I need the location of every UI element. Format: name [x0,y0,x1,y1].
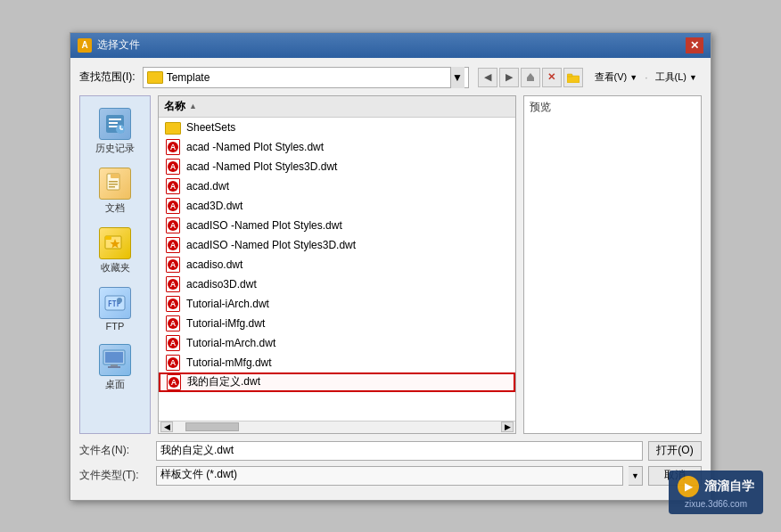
file-list-scroll[interactable]: SheetSets A acad -Named Plot Styles.dwt … [159,118,515,421]
file-item-name: acadISO -Named Plot Styles.dwt [186,219,509,232]
bottom-fields: 文件名(N): 打开(O) 文件类型(T): 样板文件 (*.dwt) ▼ 取消 [79,441,702,486]
selected-file-item[interactable]: A 我的自定义.dwt [159,372,515,392]
svg-rect-23 [105,352,123,363]
svg-rect-5 [109,119,121,120]
watermark-top: ▶ 溜溜自学 [678,476,754,497]
svg-rect-0 [527,78,534,81]
scroll-right-button[interactable]: ▶ [501,422,514,432]
forward-button[interactable]: ▶ [499,68,519,87]
tools-dropdown-arrow: ▼ [689,73,697,82]
watermark: ▶ 溜溜自学 zixue.3d66.com [669,471,763,514]
file-item-name: acadiso3D.dwt [186,278,509,291]
svg-rect-25 [108,366,120,368]
new-folder-button[interactable] [563,68,583,87]
view-menu: 查看(V) ▼ · 工具(L) ▼ [590,68,702,86]
select-file-dialog: A 选择文件 ✕ 查找范围(I): Template ▼ ◀ ▶ [70,32,711,501]
view-menu-button[interactable]: 查看(V) ▼ [590,68,643,86]
list-item[interactable]: SheetSets [159,118,515,137]
sidebar-item-docs[interactable]: 文档 [84,163,146,219]
list-item[interactable]: A acadiso.dwt [159,255,515,274]
scroll-thumb[interactable] [185,422,239,431]
dwt-icon: A [165,139,181,155]
list-item[interactable]: A Tutorial-mArch.dwt [159,333,515,353]
file-item-name: Tutorial-mMfg.dwt [186,356,509,369]
sort-arrow: ▲ [189,102,197,110]
title-bar-left: A 选择文件 [78,37,140,53]
filetype-value: 样板文件 (*.dwt) [156,466,623,486]
dwt-icon: A [165,315,181,331]
list-item[interactable]: A acad -Named Plot Styles3D.dwt [159,157,515,176]
location-text: Template [167,71,447,84]
dwt-icon: A [165,276,181,292]
list-item[interactable]: A acadISO -Named Plot Styles.dwt [159,216,515,235]
dwt-icon: A [165,198,181,214]
filename-label: 文件名(N): [79,443,151,458]
file-item-name: acadISO -Named Plot Styles3D.dwt [186,239,509,251]
filename-input[interactable] [156,441,643,461]
dwt-icon: A [165,178,181,194]
preview-area: 预览 [523,95,702,434]
open-button[interactable]: 打开(O) [648,441,702,461]
svg-point-21 [117,298,122,303]
nav-toolbar: ◀ ▶ ✕ [478,68,583,87]
scroll-left-button[interactable]: ◀ [160,422,173,432]
filetype-row: 文件类型(T): 样板文件 (*.dwt) ▼ 取消 [79,466,702,486]
svg-rect-15 [109,186,115,188]
ftp-label: FTP [106,321,125,331]
file-item-name: acad -Named Plot Styles.dwt [186,141,509,153]
svg-rect-6 [109,122,118,124]
dwt-icon: A [166,374,182,390]
watermark-url: zixue.3d66.com [685,499,747,509]
watermark-brand: 溜溜自学 [704,479,754,495]
close-button[interactable]: ✕ [686,37,703,53]
dwt-icon: A [165,159,181,175]
history-icon [99,108,131,140]
up-button[interactable] [521,68,540,87]
docs-icon [99,168,131,200]
favorites-icon [99,227,131,259]
svg-rect-12 [111,174,119,178]
folder-icon [165,119,181,135]
preview-label: 预览 [524,96,701,119]
dwt-icon: A [165,217,181,233]
list-item[interactable]: A acad.dwt [159,176,515,196]
list-item[interactable]: A Tutorial-mMfg.dwt [159,353,515,372]
back-button[interactable]: ◀ [478,68,497,87]
column-name[interactable]: 名称 ▲ [164,99,510,114]
file-item-name: acadiso.dwt [186,258,509,271]
sidebar-item-favorites[interactable]: 收藏夹 [84,223,146,279]
ftp-icon: FTP [99,287,131,319]
list-item[interactable]: A Tutorial-iArch.dwt [159,294,515,314]
desktop-label: 桌面 [105,378,125,391]
svg-marker-1 [527,73,534,78]
dwt-icon: A [165,296,181,312]
selected-file-name: 我的自定义.dwt [187,374,508,389]
file-item-name: acad3D.dwt [186,200,509,212]
delete-button[interactable]: ✕ [542,68,562,87]
history-label: 历史记录 [95,142,135,155]
list-item[interactable]: A acad3D.dwt [159,196,515,216]
horizontal-scrollbar[interactable]: ◀ ▶ [159,421,515,433]
title-bar: A 选择文件 ✕ [70,33,711,58]
location-combobox[interactable]: Template ▼ [143,67,469,88]
tools-menu-button[interactable]: 工具(L) ▼ [651,68,702,86]
file-item-name: acad.dwt [186,180,509,192]
svg-rect-17 [105,236,111,240]
list-item[interactable]: A acadISO -Named Plot Styles3D.dwt [159,235,515,255]
sidebar-item-history[interactable]: 历史记录 [84,103,146,160]
dialog-body: 查找范围(I): Template ▼ ◀ ▶ ✕ [70,58,711,500]
folder-icon [147,71,163,84]
sidebar-item-ftp[interactable]: FTP FTP [84,282,146,336]
app-icon: A [78,38,92,53]
list-item[interactable]: A acadiso3D.dwt [159,274,515,294]
location-dropdown-arrow[interactable]: ▼ [450,67,464,88]
list-item[interactable]: A acad -Named Plot Styles.dwt [159,137,515,157]
sidebar: 历史记录 文档 [79,95,151,434]
file-item-name: Tutorial-mArch.dwt [186,337,509,349]
sidebar-item-desktop[interactable]: 桌面 [84,340,146,396]
view-dropdown-arrow: ▼ [629,73,637,82]
filetype-dropdown-arrow[interactable]: ▼ [629,466,643,486]
watermark-play-icon: ▶ [678,476,699,497]
list-item[interactable]: A Tutorial-iMfg.dwt [159,314,515,333]
dwt-icon: A [165,355,181,371]
